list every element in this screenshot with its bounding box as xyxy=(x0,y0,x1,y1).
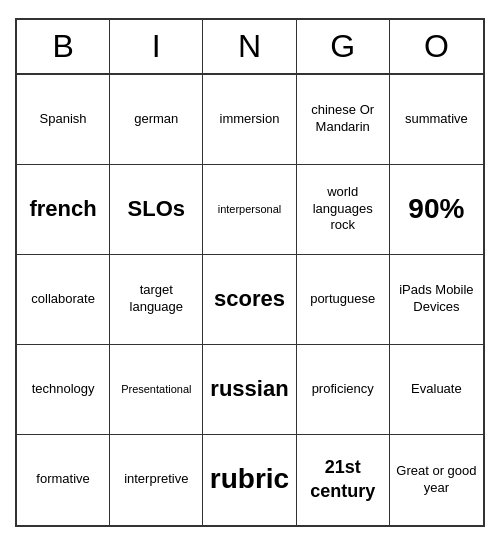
bingo-cell: collaborate xyxy=(17,255,110,345)
bingo-cell: Great or good year xyxy=(390,435,483,525)
bingo-cell: interpersonal xyxy=(203,165,296,255)
bingo-cell: Spanish xyxy=(17,75,110,165)
bingo-cell: french xyxy=(17,165,110,255)
bingo-cell: portuguese xyxy=(297,255,390,345)
bingo-cell: scores xyxy=(203,255,296,345)
bingo-cell: russian xyxy=(203,345,296,435)
header-letter: O xyxy=(390,20,483,73)
bingo-cell: formative xyxy=(17,435,110,525)
bingo-cell: target language xyxy=(110,255,203,345)
bingo-cell: german xyxy=(110,75,203,165)
header-letter: I xyxy=(110,20,203,73)
bingo-cell: summative xyxy=(390,75,483,165)
bingo-cell: proficiency xyxy=(297,345,390,435)
bingo-card: BINGO Spanishgermanimmersionchinese Or M… xyxy=(15,18,485,527)
header-letter: B xyxy=(17,20,110,73)
bingo-cell: interpretive xyxy=(110,435,203,525)
bingo-cell: world languages rock xyxy=(297,165,390,255)
bingo-header: BINGO xyxy=(17,20,483,75)
bingo-grid: Spanishgermanimmersionchinese Or Mandari… xyxy=(17,75,483,525)
bingo-cell: 90% xyxy=(390,165,483,255)
bingo-cell: SLOs xyxy=(110,165,203,255)
bingo-cell: Evaluate xyxy=(390,345,483,435)
bingo-cell: iPads Mobile Devices xyxy=(390,255,483,345)
bingo-cell: rubric xyxy=(203,435,296,525)
bingo-cell: immersion xyxy=(203,75,296,165)
bingo-cell: technology xyxy=(17,345,110,435)
header-letter: N xyxy=(203,20,296,73)
bingo-cell: chinese Or Mandarin xyxy=(297,75,390,165)
bingo-cell: Presentational xyxy=(110,345,203,435)
header-letter: G xyxy=(297,20,390,73)
bingo-cell: 21st century xyxy=(297,435,390,525)
